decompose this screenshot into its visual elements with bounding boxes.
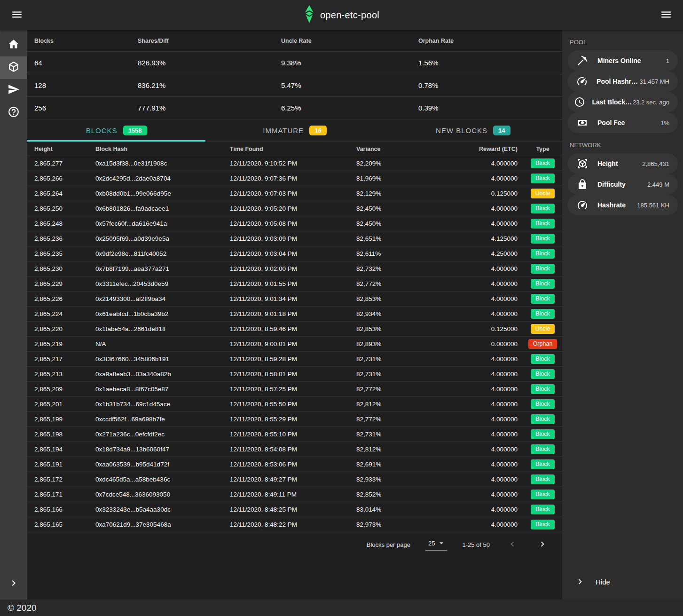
summary-cell: 128 — [34, 81, 138, 89]
block-row[interactable]: 2,865,2200x1fabe54a...2661de81ff12/11/20… — [27, 322, 562, 337]
tab-blocks[interactable]: BLOCKS 1558 — [27, 119, 205, 142]
block-reward: 4.000000 — [432, 160, 523, 167]
block-row[interactable]: 2,865,2360x25095f69...a0d39e9e5a12/11/20… — [27, 231, 562, 246]
summary-col-orphan: Orphan Rate — [418, 38, 562, 44]
block-row[interactable]: 2,865,1980x271a236c...0efcfdf2ec12/11/20… — [27, 427, 562, 442]
block-hash: 0xa15d3f38...0e31f1908c — [95, 160, 230, 167]
type-badge: Block — [531, 354, 555, 364]
block-row[interactable]: 2,865,2090x1aebeca8...8f67c05e8712/11/20… — [27, 382, 562, 397]
block-hash: 0x3311efec...20453d0e59 — [95, 280, 230, 287]
block-height: 2,865,277 — [34, 160, 95, 167]
previous-page-button[interactable] — [505, 537, 520, 552]
block-row[interactable]: 2,865,2300x7b8f7199...aea377a27112/11/20… — [27, 261, 562, 276]
left-menu-button[interactable] — [8, 6, 26, 24]
right-menu-button[interactable] — [657, 6, 675, 24]
summary-cell: 836.21% — [138, 81, 281, 89]
rail-expand-button[interactable] — [0, 573, 27, 595]
next-page-button[interactable] — [535, 537, 550, 552]
block-row[interactable]: 2,865,2500x6b801826...fa9adcaee112/11/20… — [27, 201, 562, 216]
pickaxe-icon — [567, 55, 597, 66]
summary-cell: 1.56% — [418, 59, 562, 67]
block-row[interactable]: 2,865,2350x9df2e98e...811fc4005212/11/20… — [27, 246, 562, 261]
type-badge: Block — [531, 399, 555, 409]
speedometer-icon — [567, 199, 597, 211]
block-height: 2,865,209 — [34, 386, 95, 393]
block-row[interactable]: 2,865,2640xb08dd0b1...99e066d95e12/11/20… — [27, 186, 562, 201]
stat-label: Pool Hashrate — [597, 78, 639, 85]
block-hash: 0x271a236c...0efcfdf2ec — [95, 431, 230, 438]
block-time: 12/11/2020, 8:55:29 PM — [230, 416, 356, 423]
block-row[interactable]: 2,865,2010x1b31b734...69c1d45ace12/11/20… — [27, 397, 562, 412]
block-variance: 82,450% — [356, 205, 432, 212]
block-row[interactable]: 2,865,2660x2dc4295d...2dae0a870412/11/20… — [27, 171, 562, 186]
block-time: 12/11/2020, 9:00:01 PM — [230, 340, 356, 347]
rail-item-help[interactable] — [0, 102, 27, 124]
stat-label: Difficulty — [597, 181, 626, 188]
block-hash: 0x7cdce548...3636093050 — [95, 491, 230, 498]
block-time: 12/11/2020, 8:49:11 PM — [230, 491, 356, 498]
block-type-cell: Block — [523, 384, 562, 394]
block-row[interactable]: 2,865,2130xa9a8eab3...03a340a82b12/11/20… — [27, 367, 562, 382]
block-row[interactable]: 2,865,1650xa70621d9...37e305468a12/11/20… — [27, 517, 562, 532]
block-row[interactable]: 2,865,1910xaa063539...b95d41d72f12/11/20… — [27, 457, 562, 472]
block-row[interactable]: 2,865,2260x21493300...af2ff9ba3412/11/20… — [27, 292, 562, 307]
block-row[interactable]: 2,865,219N/A12/11/2020, 9:00:01 PM82,893… — [27, 337, 562, 352]
block-height: 2,865,235 — [34, 250, 95, 257]
block-reward: 4.000000 — [432, 431, 523, 438]
stat-row-height: Height2,865,431 — [567, 153, 678, 174]
block-hash: 0xa9a8eab3...03a340a82b — [95, 371, 230, 378]
block-height: 2,865,224 — [34, 310, 95, 317]
block-time: 12/11/2020, 9:05:20 PM — [230, 205, 356, 212]
block-row[interactable]: 2,865,2770xa15d3f38...0e31f1908c12/11/20… — [27, 156, 562, 171]
block-height: 2,865,199 — [34, 416, 95, 423]
type-badge: Block — [531, 459, 555, 469]
hide-sidebar-button[interactable]: Hide — [567, 571, 678, 592]
per-page-select[interactable]: 25 — [425, 538, 447, 551]
block-reward: 4.250000 — [432, 250, 523, 257]
block-type-cell: Block — [523, 399, 562, 409]
block-height: 2,865,201 — [34, 401, 95, 408]
block-row[interactable]: 2,865,2480x57fec60f...da616e941a12/11/20… — [27, 216, 562, 231]
etc-diamond-icon — [304, 5, 314, 25]
block-hash: 0x61eabfcd...1b0cba39b2 — [95, 310, 230, 317]
tab-new-blocks[interactable]: NEW BLOCKS 14 — [384, 119, 562, 142]
rail-item-payments[interactable] — [0, 79, 27, 102]
active-tab-indicator — [27, 140, 205, 142]
block-type-cell: Uncle — [523, 189, 562, 198]
block-variance: 82,772% — [356, 280, 432, 287]
block-hash: 0xccdf562f...69a698b7fe — [95, 416, 230, 423]
block-row[interactable]: 2,865,1940x18d734a9...13b6060f4712/11/20… — [27, 442, 562, 457]
block-row[interactable]: 2,865,2290x3311efec...20453d0e5912/11/20… — [27, 276, 562, 292]
block-height: 2,865,219 — [34, 340, 95, 347]
block-reward: 4.000000 — [432, 446, 523, 453]
block-height: 2,865,230 — [34, 265, 95, 272]
per-page-label: Blocks per page — [367, 541, 410, 548]
tab-immature[interactable]: IMMATURE 16 — [205, 119, 384, 142]
block-time: 12/11/2020, 9:03:04 PM — [230, 250, 356, 257]
block-row[interactable]: 2,865,1710x7cdce548...363609305012/11/20… — [27, 487, 562, 502]
block-hash: 0x2dc4295d...2dae0a8704 — [95, 175, 230, 182]
block-hash: 0xdc465d5a...a58beb436c — [95, 476, 230, 483]
blocks-table-header: Height Block Hash Time Found Variance Re… — [27, 142, 562, 156]
rail-item-home[interactable] — [0, 34, 27, 56]
block-row[interactable]: 2,865,1720xdc465d5a...a58beb436c12/11/20… — [27, 472, 562, 487]
block-row[interactable]: 2,865,2240x61eabfcd...1b0cba39b212/11/20… — [27, 307, 562, 322]
block-type-cell: Block — [523, 459, 562, 469]
chevron-right-icon — [537, 539, 548, 551]
type-badge: Block — [531, 309, 555, 319]
rail-item-blocks[interactable] — [0, 56, 27, 79]
stat-value: 1 — [666, 57, 678, 64]
cube-scan-icon — [567, 158, 597, 169]
block-variance: 82,209% — [356, 160, 432, 167]
block-hash: 0x21493300...af2ff9ba34 — [95, 295, 230, 302]
block-row[interactable]: 2,865,1660x3233243e...b5a4aa30dc12/11/20… — [27, 502, 562, 517]
block-reward: 4.000000 — [432, 386, 523, 393]
per-page-value: 25 — [428, 540, 435, 547]
block-height: 2,865,250 — [34, 205, 95, 212]
stat-label: Miners Online — [597, 57, 641, 64]
block-row[interactable]: 2,865,2170x3f367660...345806b19112/11/20… — [27, 352, 562, 367]
block-time: 12/11/2020, 8:53:06 PM — [230, 461, 356, 468]
summary-table: Blocks Shares/Diff Uncle Rate Orphan Rat… — [27, 30, 562, 119]
block-reward: 4.000000 — [432, 205, 523, 212]
block-row[interactable]: 2,865,1990xccdf562f...69a698b7fe12/11/20… — [27, 412, 562, 427]
